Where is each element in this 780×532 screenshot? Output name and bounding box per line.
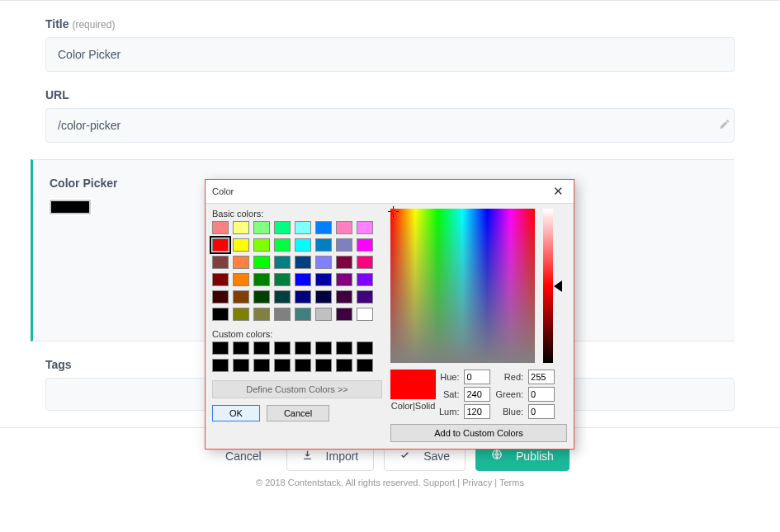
copyright: © 2018 Contentstack. All rights reserved… [0, 478, 780, 487]
basic-color-cell[interactable] [295, 308, 311, 321]
basic-color-cell[interactable] [253, 256, 270, 269]
custom-colors-grid [212, 341, 382, 372]
color-preview [390, 370, 436, 399]
red-label: Red: [495, 372, 523, 382]
custom-color-cell[interactable] [295, 341, 311, 355]
custom-color-cell[interactable] [212, 341, 229, 355]
custom-color-cell[interactable] [295, 359, 311, 372]
title-input[interactable]: Color Picker [45, 37, 735, 72]
basic-color-cell[interactable] [336, 290, 352, 304]
custom-color-cell[interactable] [315, 341, 332, 355]
basic-color-cell[interactable] [336, 308, 352, 321]
basic-color-cell[interactable] [274, 221, 291, 234]
basic-color-cell[interactable] [212, 256, 229, 269]
sat-input[interactable] [464, 387, 490, 402]
gradient-cursor-icon [390, 209, 399, 217]
privacy-link[interactable]: Privacy [462, 478, 492, 487]
basic-color-cell[interactable] [233, 221, 249, 234]
custom-color-cell[interactable] [336, 341, 352, 355]
custom-color-cell[interactable] [253, 341, 270, 355]
hue-input[interactable] [464, 370, 490, 384]
basic-color-cell[interactable] [233, 290, 249, 304]
custom-color-cell[interactable] [315, 359, 332, 372]
basic-color-cell[interactable] [357, 290, 373, 304]
basic-color-cell[interactable] [233, 273, 249, 286]
custom-color-cell[interactable] [357, 341, 373, 355]
basic-color-cell[interactable] [336, 273, 352, 286]
basic-color-cell[interactable] [357, 308, 373, 321]
define-custom-button[interactable]: Define Custom Colors >> [212, 380, 382, 398]
basic-color-cell[interactable] [274, 238, 291, 252]
basic-color-cell[interactable] [233, 308, 249, 321]
basic-color-cell[interactable] [233, 238, 249, 252]
copyright-text: © 2018 Contentstack. All rights reserved… [256, 478, 420, 487]
custom-color-cell[interactable] [357, 359, 373, 372]
basic-color-cell[interactable] [253, 273, 270, 286]
custom-color-cell[interactable] [253, 359, 270, 372]
title-label: Title (required) [45, 17, 735, 31]
publish-label: Publish [516, 450, 554, 463]
custom-color-cell[interactable] [233, 359, 249, 372]
basic-color-cell[interactable] [357, 221, 373, 234]
dialog-titlebar[interactable]: Color ✕ [206, 180, 574, 204]
basic-color-cell[interactable] [295, 238, 311, 252]
basic-color-cell[interactable] [295, 290, 311, 304]
basic-color-cell[interactable] [315, 308, 332, 321]
basic-color-cell[interactable] [274, 256, 291, 269]
luminance-arrow-icon [554, 280, 562, 292]
basic-color-cell[interactable] [212, 290, 229, 304]
basic-color-cell[interactable] [212, 273, 229, 286]
color-swatch[interactable] [50, 200, 91, 214]
basic-color-cell[interactable] [336, 221, 352, 234]
basic-color-cell[interactable] [253, 308, 270, 321]
close-icon[interactable]: ✕ [550, 184, 567, 199]
basic-color-cell[interactable] [253, 221, 270, 234]
basic-color-cell[interactable] [315, 256, 332, 269]
basic-color-cell[interactable] [274, 273, 291, 286]
green-label: Green: [495, 389, 523, 399]
basic-color-cell[interactable] [295, 256, 311, 269]
basic-color-cell[interactable] [357, 273, 373, 286]
basic-color-cell[interactable] [315, 221, 332, 234]
basic-color-cell[interactable] [357, 256, 373, 269]
basic-color-cell[interactable] [336, 256, 352, 269]
custom-color-cell[interactable] [212, 359, 229, 372]
basic-color-cell[interactable] [212, 238, 229, 252]
custom-colors-label: Custom colors: [212, 329, 382, 339]
basic-color-cell[interactable] [253, 238, 270, 252]
dialog-cancel-button[interactable]: Cancel [267, 405, 329, 421]
lum-input[interactable] [464, 404, 490, 419]
basic-color-cell[interactable] [315, 273, 332, 286]
custom-color-cell[interactable] [233, 341, 249, 355]
terms-link[interactable]: Terms [499, 478, 524, 487]
red-input[interactable] [528, 370, 555, 384]
basic-color-cell[interactable] [274, 290, 291, 304]
luminance-slider[interactable] [543, 209, 553, 363]
add-to-custom-button[interactable]: Add to Custom Colors [390, 424, 567, 442]
form-content: Title (required) Color Picker URL /color… [0, 1, 780, 143]
basic-color-cell[interactable] [295, 273, 311, 286]
basic-color-cell[interactable] [336, 238, 352, 252]
basic-color-cell[interactable] [212, 221, 229, 234]
blue-input[interactable] [528, 404, 555, 419]
url-field-group: URL /color-picker [45, 88, 735, 143]
basic-color-cell[interactable] [357, 238, 373, 252]
pencil-icon[interactable] [719, 119, 730, 133]
ok-button[interactable]: OK [212, 405, 260, 421]
title-hint: (required) [72, 19, 115, 31]
url-input[interactable]: /color-picker [45, 108, 735, 143]
basic-color-cell[interactable] [315, 238, 332, 252]
hue-sat-field[interactable] [390, 209, 535, 363]
custom-color-cell[interactable] [336, 359, 352, 372]
basic-color-cell[interactable] [315, 290, 332, 304]
support-link[interactable]: Support [423, 478, 456, 487]
custom-color-cell[interactable] [274, 341, 291, 355]
basic-color-cell[interactable] [233, 256, 249, 269]
basic-color-cell[interactable] [274, 308, 291, 321]
hue-label: Hue: [439, 372, 459, 382]
custom-color-cell[interactable] [274, 359, 291, 372]
green-input[interactable] [528, 387, 555, 402]
basic-color-cell[interactable] [295, 221, 311, 234]
basic-color-cell[interactable] [212, 308, 229, 321]
basic-color-cell[interactable] [253, 290, 270, 304]
